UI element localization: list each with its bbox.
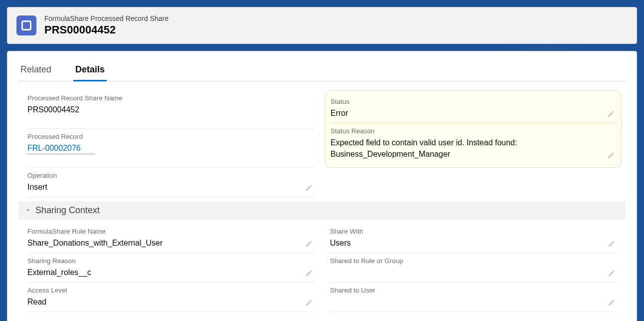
field-formulashare-rule-name: FormulaShare Rule Name Share_Donations_w… [27,224,314,253]
field-label: Share With [330,228,617,235]
field-label: Sharing Reason [27,257,314,265]
pencil-icon[interactable] [607,151,615,159]
pencil-icon[interactable] [608,240,616,248]
field-label: Processed Record [27,133,314,140]
pencil-icon[interactable] [305,269,313,277]
field-label: Operation [27,172,314,179]
field-label: FormulaShare Rule Name [27,228,314,235]
detail-panel: Related Details Processed Record Share N… [7,51,637,321]
tabset: Related Details [18,60,626,81]
field-label: Status [330,98,616,105]
field-label: Shared to Role or Group [330,257,617,265]
field-value: Error [330,107,616,119]
field-label: Shared to User [330,287,617,294]
field-value [330,267,617,278]
field-shared-to-role-or-group: Shared to Role or Group [330,253,617,283]
record-header: FormulaShare Processed Record Share PRS0… [7,7,637,44]
section-sharing-context[interactable]: Sharing Context [18,201,626,220]
pencil-icon[interactable] [608,269,616,277]
field-status-reason: Status Reason Expected field to contain … [330,123,616,164]
field-value [330,296,617,307]
field-value: External_roles__c [27,267,314,278]
pencil-icon[interactable] [305,184,313,192]
processed-record-link[interactable]: FRL-00002076 [27,142,95,154]
field-share-with: Share With Users [330,224,617,253]
field-label: Status Reason [330,127,616,135]
chevron-down-icon [24,207,31,214]
record-icon [16,15,36,35]
status-highlight: Status Error Status Reason Expected fiel… [325,90,622,168]
field-label: Access Level [27,287,314,294]
field-value: Insert [27,181,314,193]
section-title: Sharing Context [35,205,100,216]
field-value: Share_Donations_with_External_User [27,237,314,249]
field-access-level: Access Level Read [27,283,314,312]
field-value: Read [27,296,314,308]
tab-related[interactable]: Related [18,60,53,81]
field-status: Status Error [330,94,616,123]
field-operation: Operation Insert [27,168,314,197]
pencil-icon[interactable] [305,240,313,248]
field-value: Expected field to contain valid user id.… [330,137,616,160]
pencil-icon[interactable] [607,110,615,118]
pencil-icon[interactable] [305,299,313,307]
field-sharing-reason: Sharing Reason External_roles__c [27,253,314,283]
field-processed-record: Processed Record FRL-00002076 [27,129,314,168]
record-title: PRS00004452 [44,23,168,36]
object-label: FormulaShare Processed Record Share [44,14,168,22]
field-shared-to-user: Shared to User [330,283,617,312]
field-value: Users [330,237,617,249]
tab-details[interactable]: Details [73,60,107,81]
field-value: PRS00004452 [27,104,314,115]
field-label: Processed Record Share Name [27,94,314,102]
pencil-icon[interactable] [608,299,616,307]
field-processed-record-share-name: Processed Record Share Name PRS00004452 [27,90,314,129]
